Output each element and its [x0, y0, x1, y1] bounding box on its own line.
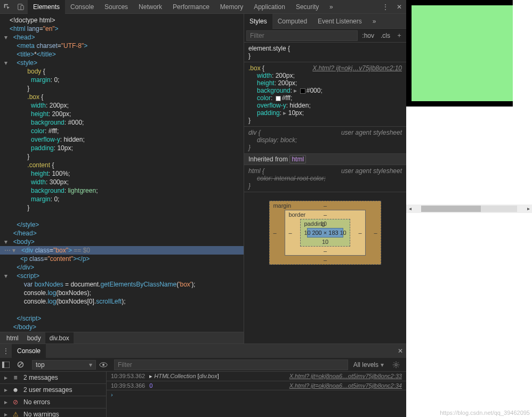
dom-line[interactable]: </div>	[0, 263, 244, 272]
inspect-icon[interactable]	[0, 0, 14, 14]
console-sidebar-item[interactable]: ▸⊘No errors	[0, 396, 106, 408]
dom-line[interactable]: }	[0, 84, 244, 93]
console-tab[interactable]: Console	[12, 344, 46, 358]
breadcrumb-div-box[interactable]: div.box	[45, 332, 74, 344]
top-tab-memory[interactable]: Memory	[215, 0, 248, 14]
dom-line[interactable]: height: 100%;	[0, 169, 244, 178]
dom-line[interactable]: }	[0, 203, 244, 212]
console-sidebar-item[interactable]: ▸⚠No warnings	[0, 408, 106, 417]
dom-line[interactable]: ▾ <body>	[0, 238, 244, 246]
console-sidebar-item[interactable]: ▸☻2 user messages	[0, 384, 106, 396]
dom-line[interactable]: ▾ <style>	[0, 59, 244, 67]
dom-line[interactable]: <title>*</title>	[0, 50, 244, 59]
styles-filter-input[interactable]	[246, 30, 358, 41]
close-devtools-icon[interactable]: ✕	[392, 0, 406, 14]
dom-line[interactable]: ⋯ ▾ <div class="box"> == $0	[0, 246, 244, 255]
dom-line[interactable]: <html lang="en">	[0, 24, 244, 33]
dom-line[interactable]: background: lightgreen;	[0, 186, 244, 195]
top-tab-network[interactable]: Network	[133, 0, 167, 14]
dom-line[interactable]: body {	[0, 67, 244, 76]
rule-source-link[interactable]: X.html? ijt=okj…v75jlb8onc2:10	[312, 64, 402, 72]
dom-line[interactable]	[0, 306, 244, 314]
scroll-left-arrow-icon[interactable]: ◂	[406, 206, 414, 211]
execution-context-selector[interactable]: top▾	[32, 360, 96, 370]
dom-line[interactable]: </body>	[0, 323, 244, 331]
dom-line[interactable]: ▾ <head>	[0, 33, 244, 42]
new-style-rule-icon[interactable]: ＋	[394, 31, 404, 40]
rule-element-style[interactable]: element.style { }	[244, 43, 406, 62]
breadcrumb-html[interactable]: html	[2, 332, 23, 344]
clear-console-icon[interactable]	[17, 361, 29, 368]
dom-line[interactable]: </script>	[0, 314, 244, 323]
style-prop-padding[interactable]: padding: ▸ 10px;	[248, 109, 402, 117]
rule-box[interactable]: .box { X.html? ijt=okj…v75jlb8onc2:10 wi…	[244, 62, 406, 127]
more-styles-tabs-icon[interactable]: »	[367, 14, 382, 29]
dom-line[interactable]: var boxNodes = document.getElementsByCla…	[0, 280, 244, 289]
console-message[interactable]: 10:39:53.3660X.html? ijt=okj8noa6…ot5imv…	[107, 381, 406, 390]
console-sidebar-item[interactable]: ▸≡2 messages	[0, 372, 106, 384]
dom-line[interactable]: console.log(boxNodes);	[0, 289, 244, 297]
more-tabs-icon[interactable]: »	[324, 0, 338, 14]
dom-line[interactable]: <p class="content"></p>	[0, 255, 244, 263]
scroll-track[interactable]	[421, 206, 517, 212]
console-prompt-icon[interactable]: ›	[107, 390, 406, 399]
styles-tab-event-listeners[interactable]: Event Listeners	[312, 14, 367, 29]
style-prop-width[interactable]: width: 200px;	[248, 72, 402, 79]
dom-line[interactable]: console.log(boxNodes[0].scrollLeft);	[0, 297, 244, 306]
dom-line[interactable]: height: 200px;	[0, 110, 244, 118]
style-prop-overflow-y[interactable]: overflow-y: hidden;	[248, 102, 402, 109]
scroll-right-arrow-icon[interactable]: ▸	[525, 206, 532, 211]
dom-line[interactable]: color: #fff;	[0, 127, 244, 135]
breadcrumbs: htmlbodydiv.box	[0, 332, 244, 344]
console-filter-input[interactable]	[114, 359, 348, 370]
cls-toggle[interactable]: .cls	[378, 32, 392, 39]
top-tab-console[interactable]: Console	[65, 0, 99, 14]
hov-toggle[interactable]: :hov	[360, 32, 376, 39]
console-settings-icon[interactable]	[392, 361, 404, 369]
box-model-viewer[interactable]: margin – – – – border – – – – padding	[244, 192, 406, 273]
styles-tab-computed[interactable]: Computed	[272, 14, 312, 29]
dom-line[interactable]: </style>	[0, 220, 244, 229]
inherited-tag[interactable]: html	[289, 155, 306, 163]
top-tab-performance[interactable]: Performance	[167, 0, 215, 14]
dom-line[interactable]: .box {	[0, 93, 244, 101]
top-tab-sources[interactable]: Sources	[99, 0, 133, 14]
dom-line[interactable]: margin: 0;	[0, 195, 244, 203]
dom-line[interactable]	[0, 212, 244, 220]
breadcrumb-body[interactable]: body	[23, 332, 45, 344]
rule-div-ua[interactable]: div { user agent stylesheet display: blo…	[244, 127, 406, 154]
style-prop-background[interactable]: background: ▸ #000;	[248, 87, 402, 94]
drawer-menu-icon[interactable]: ⋮	[0, 344, 12, 358]
dom-tree[interactable]: <!doctype html> <html lang="en">▾ <head>…	[0, 14, 244, 332]
selector-text: .box	[248, 64, 261, 72]
console-message[interactable]: 10:39:53.362▸ HTMLCollection [div.box]X.…	[107, 372, 406, 381]
scroll-thumb[interactable]	[421, 206, 481, 212]
kebab-menu-icon[interactable]: ⋮	[378, 0, 392, 14]
dom-line[interactable]: ▾ <script>	[0, 272, 244, 280]
dom-line[interactable]: width: 300px;	[0, 178, 244, 186]
toggle-sidebar-icon[interactable]	[2, 362, 14, 368]
style-prop-height[interactable]: height: 200px;	[248, 79, 402, 87]
top-tab-application[interactable]: Application	[248, 0, 291, 14]
top-tab-security[interactable]: Security	[291, 0, 324, 14]
log-levels-selector[interactable]: All levels▾	[351, 361, 386, 369]
horizontal-scrollbar[interactable]: ◂ ▸	[406, 205, 532, 213]
dom-line[interactable]: width: 200px;	[0, 101, 244, 110]
dom-line[interactable]: <!doctype html>	[0, 16, 244, 24]
dom-line[interactable]: margin: 0;	[0, 76, 244, 84]
dom-line[interactable]: </head>	[0, 229, 244, 238]
dom-line[interactable]: background: #000;	[0, 118, 244, 127]
rule-html-ua[interactable]: html { user agent stylesheet color: inte…	[244, 165, 406, 192]
top-tab-elements[interactable]: Elements	[28, 0, 65, 14]
live-expression-icon[interactable]	[99, 362, 111, 367]
dom-line[interactable]: padding: 10px;	[0, 144, 244, 152]
styles-tab-styles[interactable]: Styles	[244, 14, 272, 29]
device-toggle-icon[interactable]	[14, 0, 28, 14]
dom-line[interactable]: <meta charset="UTF-8">	[0, 42, 244, 50]
dom-line[interactable]: .content {	[0, 161, 244, 169]
close-drawer-icon[interactable]: ✕	[394, 344, 406, 358]
dom-line[interactable]: overflow-y: hidden;	[0, 135, 244, 144]
style-prop-color[interactable]: color: #fff;	[248, 94, 402, 102]
rendered-box[interactable]	[406, 0, 513, 107]
dom-line[interactable]: }	[0, 152, 244, 161]
